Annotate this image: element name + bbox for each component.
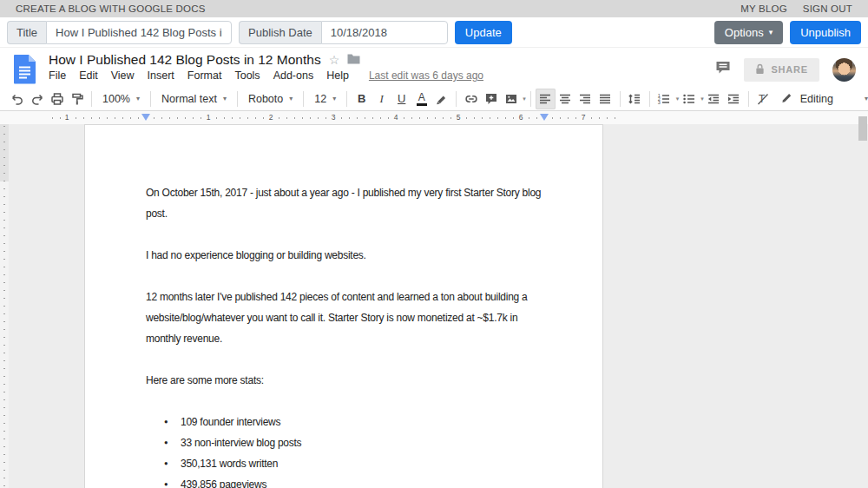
insert-comment-button[interactable]	[481, 89, 501, 109]
share-button[interactable]: SHARE	[744, 58, 819, 82]
zoom-value: 100%	[102, 93, 130, 105]
doc-title-row: How I Published 142 Blog Posts in 12 Mon…	[49, 52, 715, 68]
bullet-list: 109 founder interviews 33 non-interview …	[146, 412, 542, 488]
paragraph-style-value: Normal text	[161, 93, 217, 105]
align-left-button[interactable]	[536, 89, 556, 109]
align-right-button[interactable]	[575, 89, 595, 109]
paragraph[interactable]: 12 months later I've published 142 piece…	[146, 287, 542, 349]
publish-date-input[interactable]	[321, 21, 448, 44]
options-button-label: Options	[725, 26, 764, 39]
chevron-down-icon: ▾	[223, 96, 227, 102]
toolbar-separator	[91, 91, 92, 107]
menu-insert[interactable]: Insert	[148, 69, 174, 82]
my-blog-link[interactable]: MY BLOG	[740, 3, 787, 14]
menu-addons[interactable]: Add-ons	[273, 69, 314, 82]
text-color-bar	[417, 103, 427, 106]
menu-tools[interactable]: Tools	[234, 69, 260, 82]
clear-formatting-button[interactable]: T	[753, 89, 773, 109]
google-docs-icon[interactable]	[13, 54, 36, 87]
menu-file[interactable]: File	[49, 69, 66, 82]
svg-text:3: 3	[658, 100, 661, 105]
doc-header-right: SHARE	[715, 52, 856, 87]
toolbar-separator	[530, 91, 531, 107]
text-color-button[interactable]: A	[411, 89, 431, 109]
publish-bar: Title Publish Date Update Options ▾ Unpu…	[0, 17, 868, 48]
increase-indent-button[interactable]	[724, 89, 744, 109]
line-spacing-button[interactable]	[625, 89, 645, 109]
ruler-number: 1	[63, 113, 71, 122]
bold-button[interactable]: B	[352, 89, 372, 109]
zoom-select[interactable]: 100% ▾	[96, 89, 146, 109]
ruler-number: 5	[455, 113, 463, 122]
mode-select[interactable]: Editing ▾	[773, 91, 868, 107]
paragraph[interactable]: I had no experience blogging or building…	[146, 245, 542, 266]
toolbar-separator	[649, 91, 650, 107]
scrollbar-thumb[interactable]	[858, 116, 867, 141]
paragraph[interactable]: On October 15th, 2017 - just about a yea…	[146, 182, 542, 224]
insert-link-button[interactable]	[461, 89, 481, 109]
pencil-icon	[780, 91, 793, 107]
mode-value: Editing	[800, 93, 833, 105]
redo-button[interactable]	[27, 89, 47, 109]
highlight-color-button[interactable]	[431, 89, 451, 109]
align-center-button[interactable]	[556, 89, 575, 109]
paragraph-style-select[interactable]: Normal text ▾	[155, 89, 233, 109]
menu-format[interactable]: Format	[187, 69, 222, 82]
italic-button[interactable]: I	[372, 89, 391, 109]
folder-icon[interactable]	[347, 52, 360, 68]
unpublish-button[interactable]: Unpublish	[790, 21, 861, 44]
paragraph[interactable]: Here are some more stats:	[146, 370, 542, 391]
list-item[interactable]: 439,856 pageviews	[146, 474, 542, 488]
update-button[interactable]: Update	[455, 21, 512, 44]
doc-title[interactable]: How I Published 142 Blog Posts in 12 Mon…	[49, 52, 321, 68]
menu-bar: File Edit View Insert Format Tools Add-o…	[49, 69, 715, 82]
insert-image-caret-icon[interactable]: ▾	[523, 96, 526, 102]
decrease-indent-button[interactable]	[704, 89, 724, 109]
menu-view[interactable]: View	[111, 69, 135, 82]
left-indent-marker[interactable]	[141, 114, 150, 121]
right-margin-marker[interactable]	[540, 114, 549, 121]
options-caret-icon: ▾	[769, 29, 773, 36]
chevron-down-icon: ▾	[865, 96, 868, 102]
insert-image-button[interactable]	[501, 89, 521, 109]
star-icon[interactable]: ☆	[329, 53, 340, 67]
print-button[interactable]	[47, 89, 67, 109]
bulleted-list-button[interactable]	[679, 89, 699, 109]
list-item[interactable]: 109 founder interviews	[146, 412, 542, 432]
chevron-down-icon: ▾	[332, 96, 336, 102]
comment-history-icon[interactable]	[715, 61, 731, 79]
avatar[interactable]	[832, 58, 856, 82]
document-page[interactable]: On October 15th, 2017 - just about a yea…	[84, 124, 603, 488]
docs-toolbar: 100% ▾ Normal text ▾ Roboto ▾ 12 ▾ B I U…	[0, 87, 868, 111]
underline-button[interactable]: U	[391, 89, 411, 109]
sign-out-link[interactable]: SIGN OUT	[803, 3, 852, 14]
vertical-ruler[interactable]	[0, 124, 9, 488]
vertical-ruler-ticks	[3, 126, 5, 488]
font-size-value: 12	[314, 93, 326, 105]
last-edit-link[interactable]: Last edit was 6 days ago	[369, 69, 483, 82]
font-value: Roboto	[248, 93, 283, 105]
align-justify-button[interactable]	[595, 89, 615, 109]
list-item[interactable]: 350,131 words written	[146, 453, 542, 474]
numbered-list-button[interactable]: 1 2 3	[654, 89, 674, 109]
options-button[interactable]: Options ▾	[714, 21, 783, 44]
share-button-label: SHARE	[771, 64, 808, 75]
title-input[interactable]	[46, 21, 232, 44]
doc-header: How I Published 142 Blog Posts in 12 Mon…	[0, 48, 868, 87]
paint-format-button[interactable]	[67, 89, 87, 109]
doc-header-main: How I Published 142 Blog Posts in 12 Mon…	[49, 52, 715, 87]
menu-edit[interactable]: Edit	[79, 69, 98, 82]
list-item[interactable]: 33 non-interview blog posts	[146, 432, 542, 453]
menu-help[interactable]: Help	[326, 69, 349, 82]
horizontal-ruler[interactable]: 1 1 2 3 4 5 6 7	[0, 111, 868, 124]
app-bar: CREATE A BLOG WITH GOOGLE DOCS MY BLOG S…	[0, 0, 868, 17]
undo-button[interactable]	[7, 89, 27, 109]
title-field-label: Title	[7, 21, 46, 44]
publish-date-field-label: Publish Date	[239, 21, 321, 44]
font-select[interactable]: Roboto ▾	[242, 89, 299, 109]
toolbar-separator	[748, 91, 749, 107]
font-size-select[interactable]: 12 ▾	[308, 89, 342, 109]
app-bar-title: CREATE A BLOG WITH GOOGLE DOCS	[16, 3, 206, 14]
document-content[interactable]: On October 15th, 2017 - just about a yea…	[85, 125, 602, 488]
ruler-number: 2	[267, 113, 275, 122]
